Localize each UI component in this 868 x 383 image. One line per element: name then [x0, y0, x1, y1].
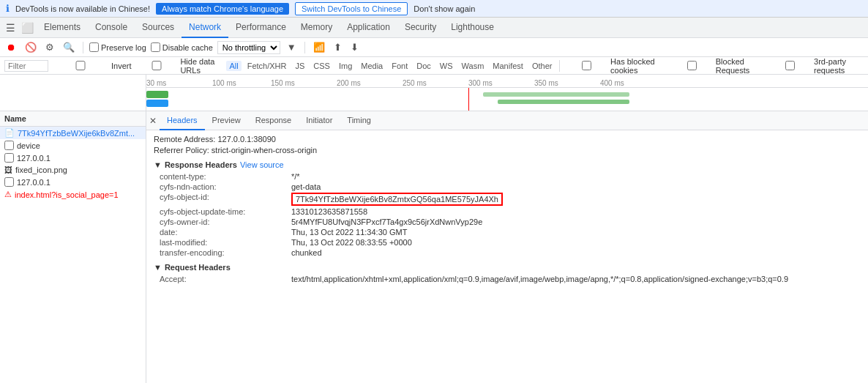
rptab-initiator[interactable]: Initiator — [299, 111, 340, 130]
clear-button[interactable]: 🚫 — [23, 41, 39, 53]
tab-performance[interactable]: Performance — [228, 18, 293, 38]
tick-350ms: 350 ms — [534, 79, 558, 87]
view-source-link[interactable]: View source — [240, 160, 284, 169]
tick-100ms: 100 ms — [212, 79, 236, 87]
tick-150ms: 150 ms — [271, 79, 295, 87]
timeline-bar-2 — [146, 100, 168, 107]
tick-250ms: 250 ms — [403, 79, 427, 87]
export-icon[interactable]: ⬇ — [348, 41, 361, 53]
throttle-arrow-icon[interactable]: ▼ — [285, 41, 299, 53]
tab-elements[interactable]: Elements — [37, 18, 88, 38]
net-row-cb-1[interactable] — [4, 141, 14, 150]
network-left-panel: Name 📄 7Tk94YfTzbBeWXije6kBv8Zmt... devi… — [0, 111, 146, 383]
net-row-3[interactable]: 🖼 fixed_icon.png — [0, 164, 146, 176]
response-headers-section: ▼ Response Headers View source — [154, 160, 861, 169]
rptab-timing[interactable]: Timing — [340, 111, 378, 130]
filter-type-ws[interactable]: WS — [437, 61, 456, 71]
header-row-last-modified: last-modified: Thu, 13 Oct 2022 08:33:55… — [154, 238, 861, 247]
net-row-4[interactable]: 127.0.0.1 — [0, 176, 146, 188]
wifi-icon[interactable]: 📶 — [311, 41, 327, 53]
search-button[interactable]: 🔍 — [61, 41, 77, 53]
third-party-checkbox[interactable]: 3rd-party requests — [768, 57, 864, 75]
remote-address-line: Remote Address: 127.0.0.1:38090 — [154, 135, 861, 144]
switch-devtools-button[interactable]: Switch DevTools to Chinese — [295, 2, 408, 15]
net-row-warn-icon-5: ⚠ — [4, 190, 12, 199]
net-row-name-1: device — [17, 141, 40, 150]
device-toggle-icon[interactable]: ⬜ — [18, 21, 37, 35]
network-filterbar: Invert Hide data URLs All Fetch/XHR JS C… — [0, 57, 868, 75]
filter-type-img[interactable]: Img — [336, 61, 355, 71]
filter-type-doc[interactable]: Doc — [414, 61, 434, 71]
net-row-name-0: 7Tk94YfTzbBeWXije6kBv8Zmt... — [18, 129, 135, 138]
tab-application[interactable]: Application — [340, 18, 397, 38]
net-row-name-2: 127.0.0.1 — [17, 154, 50, 163]
close-detail-button[interactable]: ✕ — [149, 116, 157, 126]
network-right-panel: ✕ Headers Preview Response Initiator Tim… — [146, 111, 868, 383]
preserve-log-checkbox[interactable]: Preserve log — [89, 42, 146, 52]
tab-sources[interactable]: Sources — [135, 18, 182, 38]
filter-type-all[interactable]: All — [226, 61, 241, 71]
filter-type-media[interactable]: Media — [358, 61, 386, 71]
request-headers-arrow-icon: ▼ — [154, 263, 162, 272]
tab-console[interactable]: Console — [88, 18, 135, 38]
header-row-cyfs-object-update-time: cyfs-object-update-time: 133101236358715… — [154, 207, 861, 216]
tab-network[interactable]: Network — [182, 18, 228, 38]
net-row-cb-4[interactable] — [4, 177, 14, 187]
record-button[interactable]: ⏺ — [4, 41, 18, 53]
filter-type-wasm[interactable]: Wasm — [459, 61, 487, 71]
tab-memory[interactable]: Memory — [293, 18, 340, 38]
import-icon[interactable]: ⬆ — [332, 41, 344, 53]
main-area: Name 📄 7Tk94YfTzbBeWXije6kBv8Zmt... devi… — [0, 111, 868, 383]
throttling-select[interactable]: No throttling — [217, 41, 280, 54]
net-row-name-3: fixed_icon.png — [15, 166, 67, 174]
net-row-0[interactable]: 📄 7Tk94YfTzbBeWXije6kBv8Zmt... — [0, 127, 146, 139]
net-row-cb-2[interactable] — [4, 153, 14, 163]
net-row-1[interactable]: device — [0, 139, 146, 152]
timeline-bar-3 — [483, 92, 629, 97]
right-panel-content: Remote Address: 127.0.0.1:38090 Referrer… — [146, 130, 868, 383]
timeline-bars — [146, 88, 868, 111]
tick-300ms: 300 ms — [468, 79, 493, 87]
hide-data-urls-checkbox[interactable]: Hide data URLs — [135, 57, 224, 75]
request-headers-section: ▼ Request Headers — [154, 263, 861, 272]
tab-security[interactable]: Security — [397, 18, 444, 38]
net-row-name-4: 127.0.0.1 — [17, 178, 50, 187]
net-row-icon-3: 🖼 — [4, 166, 12, 174]
disable-cache-checkbox[interactable]: Disable cache — [151, 42, 213, 52]
tick-200ms: 200 ms — [337, 79, 361, 87]
rptab-response[interactable]: Response — [248, 111, 299, 130]
net-row-2[interactable]: 127.0.0.1 — [0, 152, 146, 164]
filter-type-js[interactable]: JS — [292, 61, 307, 71]
filter-type-manifest[interactable]: Manifest — [490, 61, 526, 71]
filter-type-font[interactable]: Font — [389, 61, 411, 71]
invert-checkbox[interactable]: Invert — [51, 61, 132, 70]
inspect-icon[interactable]: ☰ — [3, 21, 18, 35]
header-row-date: date: Thu, 13 Oct 2022 11:34:30 GMT — [154, 228, 861, 237]
network-timeline: 30 ms 100 ms 150 ms 200 ms 250 ms 300 ms… — [0, 75, 868, 111]
rptab-headers[interactable]: Headers — [160, 111, 205, 130]
header-row-content-type: content-type: */* — [154, 172, 861, 181]
response-headers-arrow-icon: ▼ — [154, 160, 162, 169]
rptab-preview[interactable]: Preview — [205, 111, 248, 130]
tab-lighthouse[interactable]: Lighthouse — [444, 18, 501, 38]
filter-type-other[interactable]: Other — [529, 61, 555, 71]
net-row-5[interactable]: ⚠ index.html?is_social_page=1 — [0, 188, 146, 201]
filter-input[interactable] — [4, 60, 48, 72]
filter-type-fetch-xhr[interactable]: Fetch/XHR — [244, 61, 290, 71]
timeline-marker — [468, 88, 469, 111]
filter-toggle-button[interactable]: ⚙ — [43, 41, 56, 53]
net-row-icon-0: 📄 — [4, 128, 15, 138]
blocked-requests-checkbox[interactable]: Blocked Requests — [670, 57, 765, 75]
dont-show-again-button[interactable]: Don't show again — [414, 4, 475, 13]
filter-type-css[interactable]: CSS — [310, 61, 333, 71]
match-language-button[interactable]: Always match Chrome's language — [156, 3, 289, 15]
timeline-bar-4 — [498, 100, 629, 104]
referrer-policy-line: Referrer Policy: strict-origin-when-cros… — [154, 146, 861, 155]
left-panel-header: Name — [0, 111, 146, 127]
net-row-name-5: index.html?is_social_page=1 — [15, 190, 119, 199]
timeline-right-area: 30 ms 100 ms 150 ms 200 ms 250 ms 300 ms… — [146, 75, 868, 111]
header-row-cyfs-owner-id: cyfs-owner-id: 5r4MYfFU8UfvqjN3FPxcf7Ta4… — [154, 217, 861, 226]
has-blocked-cookies-checkbox[interactable]: Has blocked cookies — [564, 57, 667, 75]
header-row-transfer-encoding: transfer-encoding: chunked — [154, 248, 861, 257]
header-row-cyfs-object-id: cyfs-object-id: 7Tk94YfTzbBeWXije6kBv8Zm… — [154, 193, 861, 206]
